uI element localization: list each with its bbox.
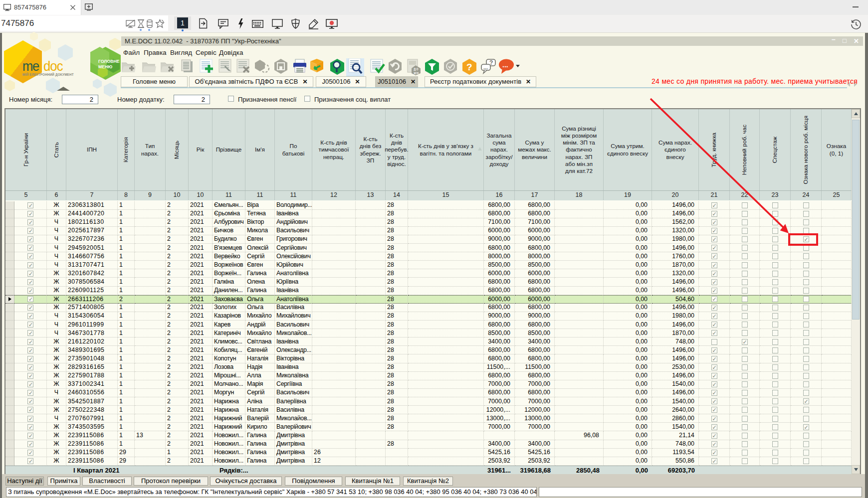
svg-text:?: ? [466, 62, 472, 72]
svg-text:...: ... [502, 61, 508, 69]
svg-text:×=: ×= [414, 71, 419, 76]
svg-text:...: ... [483, 64, 488, 70]
